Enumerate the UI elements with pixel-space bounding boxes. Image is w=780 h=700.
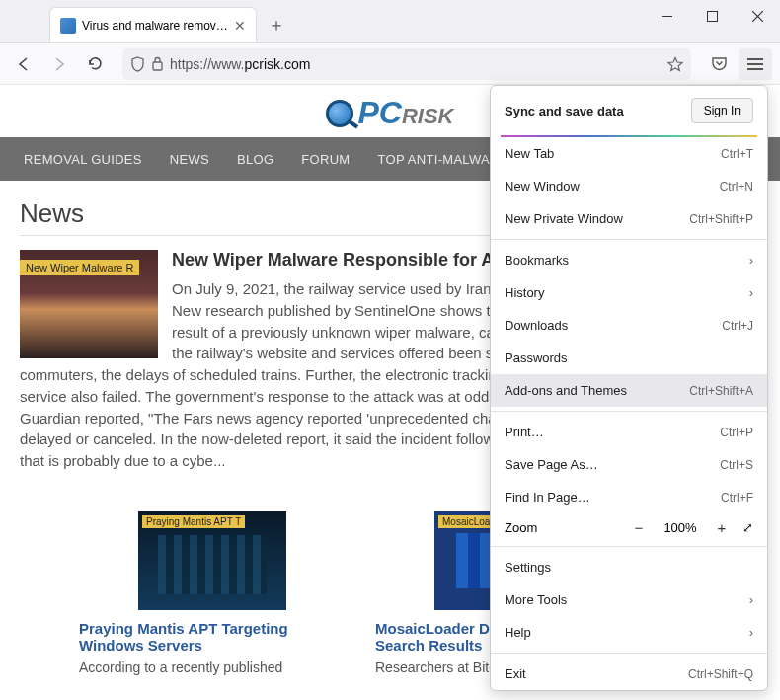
menu-save-page-as[interactable]: Save Page As…Ctrl+S (491, 448, 767, 481)
related-card: Praying Mantis APT T Praying Mantis APT … (79, 511, 346, 675)
card-thumb-label: Praying Mantis APT T (142, 515, 245, 528)
menu-label: Downloads (505, 318, 568, 333)
menu-label: Bookmarks (505, 253, 569, 268)
hamburger-icon (747, 58, 763, 70)
reload-button[interactable] (79, 48, 111, 80)
chevron-right-icon: › (749, 592, 753, 607)
menu-addons-themes[interactable]: Add-ons and ThemesCtrl+Shift+A (491, 374, 767, 407)
menu-shortcut: Ctrl+S (720, 458, 753, 472)
sync-title: Sync and save data (505, 104, 624, 118)
bookmark-star-icon[interactable] (667, 56, 683, 72)
menu-print[interactable]: Print…Ctrl+P (491, 416, 767, 448)
tab-favicon (60, 18, 76, 34)
menu-label: History (505, 285, 544, 300)
menu-history[interactable]: History› (491, 276, 767, 309)
card-thumbnail[interactable]: Praying Mantis APT T (138, 511, 286, 610)
forward-button[interactable] (43, 48, 75, 80)
menu-label: Passwords (505, 350, 568, 365)
zoom-out-button[interactable]: − (628, 519, 650, 536)
nav-blog[interactable]: BLOG (223, 152, 287, 167)
menu-shortcut: Ctrl+Shift+A (689, 384, 753, 398)
menu-label: Add-ons and Themes (505, 383, 627, 398)
article-thumbnail[interactable]: New Wiper Malware R (20, 250, 158, 358)
minimize-button[interactable] (644, 0, 689, 32)
zoom-value: 100% (660, 520, 701, 535)
lock-icon[interactable] (151, 56, 164, 71)
chevron-right-icon: › (749, 253, 753, 268)
menu-shortcut: Ctrl+F (721, 491, 753, 505)
card-title[interactable]: Praying Mantis APT Targeting Windows Ser… (79, 620, 346, 654)
app-menu: Sync and save data Sign In New TabCtrl+T… (490, 85, 768, 691)
menu-new-tab[interactable]: New TabCtrl+T (491, 137, 767, 170)
menu-label: New Window (505, 179, 580, 194)
menu-separator (491, 411, 767, 412)
menu-shortcut: Ctrl+J (722, 319, 753, 333)
magnifier-icon (326, 100, 353, 127)
menu-label: Print… (505, 425, 544, 439)
menu-label: Exit (505, 666, 526, 681)
menu-header: Sync and save data Sign In (491, 86, 767, 135)
menu-shortcut: Ctrl+T (721, 147, 753, 161)
menu-new-window[interactable]: New WindowCtrl+N (491, 170, 767, 202)
back-button[interactable] (8, 48, 39, 80)
menu-separator (491, 239, 767, 240)
menu-label: New Private Window (505, 211, 623, 226)
chevron-right-icon: › (749, 285, 753, 300)
close-icon[interactable]: ✕ (234, 18, 246, 34)
menu-label: More Tools (505, 592, 567, 607)
menu-label: New Tab (505, 146, 554, 161)
svg-rect-4 (153, 62, 162, 70)
logo-pc: PC (357, 95, 401, 130)
card-snippet: According to a recently published (79, 660, 346, 675)
nav-removal-guides[interactable]: REMOVAL GUIDES (10, 152, 156, 167)
url-bar[interactable]: https://www.pcrisk.com (122, 48, 691, 80)
tab-title: Virus and malware removal inst (82, 19, 228, 33)
menu-label: Settings (505, 560, 551, 575)
maximize-button[interactable] (689, 0, 735, 32)
pocket-icon[interactable] (703, 48, 735, 80)
menu-separator (491, 653, 767, 654)
menu-zoom: Zoom − 100% + ⤢ (491, 513, 767, 542)
logo-risk: RISK (402, 104, 454, 128)
url-text: https://www.pcrisk.com (170, 56, 662, 72)
menu-shortcut: Ctrl+N (720, 180, 753, 194)
menu-exit[interactable]: ExitCtrl+Shift+Q (491, 658, 767, 690)
menu-passwords[interactable]: Passwords (491, 342, 767, 374)
chevron-right-icon: › (749, 625, 753, 640)
menu-shortcut: Ctrl+Shift+P (689, 212, 753, 226)
close-window-button[interactable] (735, 0, 780, 32)
menu-new-private-window[interactable]: New Private WindowCtrl+Shift+P (491, 202, 767, 235)
app-menu-button[interactable] (739, 48, 772, 80)
svg-rect-1 (707, 11, 717, 21)
menu-label: Find In Page… (505, 490, 590, 505)
menu-help[interactable]: Help› (491, 616, 767, 649)
nav-forum[interactable]: FORUM (287, 152, 363, 167)
site-logo[interactable]: PCRISK (326, 95, 453, 131)
menu-bookmarks[interactable]: Bookmarks› (491, 244, 767, 276)
menu-label: Save Page As… (505, 457, 598, 472)
toolbar: https://www.pcrisk.com (0, 43, 780, 85)
titlebar: Virus and malware removal inst ✕ ＋ (0, 0, 780, 43)
window-controls (644, 0, 780, 42)
sign-in-button[interactable]: Sign In (691, 98, 753, 123)
menu-label: Help (505, 625, 531, 640)
menu-downloads[interactable]: DownloadsCtrl+J (491, 309, 767, 342)
menu-find-in-page[interactable]: Find In Page…Ctrl+F (491, 481, 767, 513)
fullscreen-icon[interactable]: ⤢ (742, 520, 753, 535)
tab-strip: Virus and malware removal inst ✕ ＋ (0, 0, 644, 42)
nav-news[interactable]: NEWS (156, 152, 223, 167)
thumbnail-label: New Wiper Malware R (20, 260, 139, 275)
menu-shortcut: Ctrl+P (720, 426, 753, 439)
new-tab-button[interactable]: ＋ (263, 11, 290, 39)
shield-icon[interactable] (130, 56, 145, 72)
menu-separator (491, 546, 767, 547)
menu-more-tools[interactable]: More Tools› (491, 583, 767, 616)
menu-settings[interactable]: Settings (491, 551, 767, 583)
zoom-label: Zoom (505, 520, 618, 535)
menu-shortcut: Ctrl+Shift+Q (688, 667, 753, 681)
browser-tab[interactable]: Virus and malware removal inst ✕ (49, 7, 257, 42)
zoom-in-button[interactable]: + (711, 519, 733, 536)
